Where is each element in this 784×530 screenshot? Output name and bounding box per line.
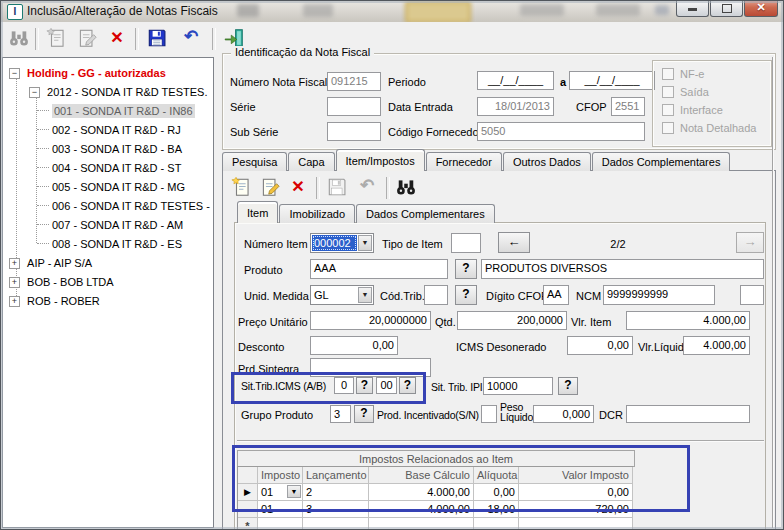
cell-lancamento[interactable]: 3 — [303, 501, 369, 518]
cell-aliquota[interactable] — [474, 518, 519, 530]
cell-valor-imposto[interactable] — [519, 518, 633, 530]
cell-aliquota[interactable]: 0,00 — [474, 484, 519, 501]
cfop-field[interactable]: 2551 — [611, 97, 645, 116]
sit-trib-ipi-lookup-button[interactable]: ? — [558, 377, 578, 395]
tree-node-008[interactable]: 008 - SONDA IT R&D - ES — [3, 234, 213, 253]
minimize-button[interactable] — [676, 0, 709, 17]
produto-desc-field[interactable]: PRODUTOS DIVERSOS — [481, 259, 764, 279]
preco-unitario-field[interactable]: 20,0000000 — [310, 311, 431, 330]
chevron-down-icon[interactable]: ▼ — [358, 235, 372, 251]
save-button[interactable] — [144, 26, 170, 52]
sub-serie-field[interactable] — [327, 122, 381, 141]
cell-lancamento[interactable]: 2 — [303, 484, 369, 501]
chevron-down-icon[interactable]: ▼ — [358, 287, 372, 303]
close-button[interactable]: ✕ — [744, 0, 778, 17]
qtd-field[interactable]: 200,0000 — [457, 311, 567, 330]
collapse-icon[interactable]: − — [29, 87, 40, 98]
edit-button[interactable] — [74, 26, 100, 52]
tab-pesquisa[interactable]: Pesquisa — [222, 152, 287, 171]
chevron-down-icon[interactable]: ▼ — [287, 485, 301, 498]
item-delete-button[interactable]: ✕ — [285, 175, 311, 201]
tab-capa[interactable]: Capa — [288, 152, 334, 171]
vlr-item-field[interactable]: 4.000,00 — [626, 311, 750, 330]
cod-fornecedor-field[interactable]: 5050 — [477, 122, 645, 141]
cell-valor-imposto[interactable]: 0,00 — [519, 484, 633, 501]
peso-liquido-field[interactable]: 0,000 — [533, 405, 594, 423]
prev-item-button[interactable]: ← — [498, 232, 530, 253]
cell-base-calculo[interactable]: 4.000,00 — [369, 501, 474, 518]
dcr-field[interactable] — [626, 405, 750, 423]
new-button[interactable] — [44, 26, 70, 52]
item-find-button[interactable] — [393, 175, 419, 201]
nota-detalhada-checkbox[interactable] — [662, 122, 674, 134]
cell-aliquota[interactable]: 18,00 — [474, 501, 519, 518]
item-new-button[interactable] — [229, 175, 255, 201]
ncm-field[interactable]: 9999999999 — [603, 285, 715, 305]
tree-node-004[interactable]: 004 - SONDA IT R&D - ST — [3, 158, 213, 177]
cell-lancamento[interactable] — [303, 518, 369, 530]
tab-dados-complementares[interactable]: Dados Complementares — [592, 152, 731, 171]
interface-checkbox[interactable] — [662, 104, 674, 116]
prod-incentivado-field[interactable] — [481, 405, 497, 423]
title-bar[interactable]: I Inclusão/Alteração de Notas Fiscais ✕ — [0, 0, 784, 22]
expand-icon[interactable]: + — [9, 258, 20, 269]
cell-base-calculo[interactable]: 4.000,00 — [369, 484, 474, 501]
find-button[interactable] — [6, 26, 32, 52]
tab-item-impostos[interactable]: Item/Impostos — [336, 149, 425, 171]
grupo-produto-lookup-button[interactable]: ? — [354, 405, 374, 423]
subtab-dados-complementares[interactable]: Dados Complementares — [356, 204, 495, 223]
tree-node-aip[interactable]: + AIP - AIP S/A — [3, 253, 213, 272]
table-row-new[interactable]: * — [238, 518, 633, 530]
numero-nota-field[interactable]: 091215 — [327, 72, 381, 91]
tree-node-001[interactable]: 001 - SONDA IT R&D - IN86 — [3, 101, 213, 120]
item-edit-button[interactable] — [257, 175, 283, 201]
collapse-icon[interactable]: − — [9, 68, 20, 79]
sit-trib-ipi-field[interactable]: 10000 — [483, 377, 553, 395]
cell-imposto[interactable]: 01▼ — [258, 484, 303, 501]
vlr-liquido-field[interactable]: 4.000,00 — [683, 336, 750, 355]
table-row[interactable]: 01 3 4.000,00 18,00 720,00 — [238, 501, 633, 518]
table-row[interactable]: ▶ 01▼ 2 4.000,00 0,00 0,00 — [238, 484, 633, 501]
subtab-imobilizado[interactable]: Imobilizado — [279, 204, 355, 223]
cod-trib-lookup-button[interactable]: ? — [455, 285, 477, 305]
nfe-checkbox[interactable] — [662, 68, 674, 80]
tree-node-2012[interactable]: − 2012 - SONDA IT R&D TESTES. — [3, 82, 213, 101]
next-item-button[interactable]: → — [736, 232, 764, 253]
tree-node-002[interactable]: 002 - SONDA IT R&D - RJ — [3, 120, 213, 139]
periodo-to-field[interactable]: __/__/____ — [569, 71, 655, 90]
cell-valor-imposto[interactable]: 720,00 — [519, 501, 633, 518]
expand-icon[interactable]: + — [9, 296, 20, 307]
cell-imposto[interactable] — [258, 518, 303, 530]
produto-field[interactable]: AAA — [310, 259, 448, 279]
cod-trib-field[interactable] — [424, 285, 448, 305]
company-tree-panel[interactable]: − Holding - GG - autorizadas − 2012 - SO… — [2, 57, 214, 528]
maximize-button[interactable] — [710, 0, 743, 17]
tab-outros-dados[interactable]: Outros Dados — [503, 152, 591, 171]
sit-trib-icms-b-field[interactable]: 00 — [376, 377, 397, 394]
delete-button[interactable]: ✕ — [104, 26, 130, 52]
item-undo-button[interactable]: ↶ — [354, 174, 380, 200]
periodo-from-field[interactable]: __/__/____ — [477, 71, 554, 90]
grupo-produto-field[interactable]: 3 — [330, 405, 351, 423]
tree-node-rob[interactable]: + ROB - ROBER — [3, 291, 213, 310]
tree-node-holding[interactable]: − Holding - GG - autorizadas — [3, 63, 213, 82]
icms-desonerado-field[interactable]: 0,00 — [567, 336, 633, 355]
impostos-grid[interactable]: Imposto Lançamento Base Cálculo Alíquota… — [237, 466, 633, 530]
data-entrada-field[interactable]: 18/01/2013 — [477, 97, 554, 116]
ncm-extra-field[interactable] — [740, 285, 764, 305]
serie-field[interactable] — [327, 97, 381, 116]
tree-node-005[interactable]: 005 - SONDA IT R&D - MG — [3, 177, 213, 196]
saida-checkbox[interactable] — [662, 86, 674, 98]
prd-sintegra-field[interactable] — [310, 358, 431, 377]
unid-medida-combo[interactable]: GL ▼ — [310, 285, 374, 305]
numero-item-combo[interactable]: 000002 ▼ — [310, 233, 374, 253]
tree-node-006[interactable]: 006 - SONDA IT R&D TESTES - — [3, 196, 213, 215]
digito-cfop-field[interactable]: AA — [543, 285, 569, 305]
cell-imposto[interactable]: 01 — [258, 501, 303, 518]
tree-node-003[interactable]: 003 - SONDA IT R&D - BA — [3, 139, 213, 158]
subtab-item[interactable]: Item — [237, 201, 278, 223]
cell-base-calculo[interactable] — [369, 518, 474, 530]
tree-node-bob[interactable]: + BOB - BOB LTDA — [3, 272, 213, 291]
produto-lookup-button[interactable]: ? — [455, 259, 477, 279]
sit-trib-icms-b-lookup-button[interactable]: ? — [399, 377, 416, 394]
